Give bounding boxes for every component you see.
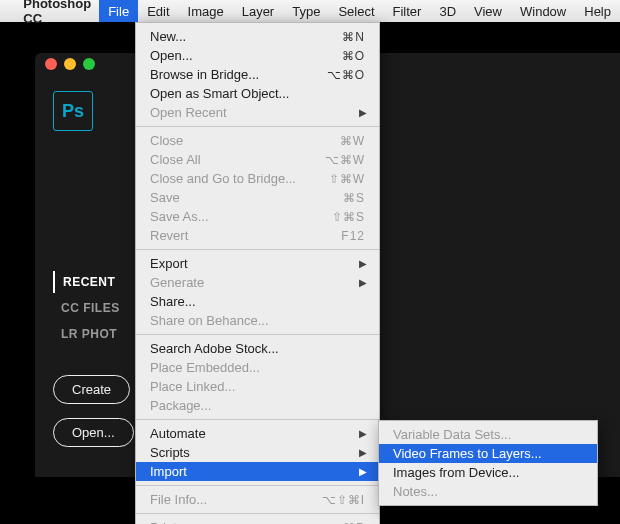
menuitem-label: Variable Data Sets... [393, 427, 583, 442]
menuitem-label: Export [150, 256, 365, 271]
menuitem-import[interactable]: Import▶ [136, 462, 379, 481]
menuitem-label: Import [150, 464, 365, 479]
menu-separator [136, 513, 379, 514]
menuitem-place-embedded: Place Embedded... [136, 358, 379, 377]
menuitem-export[interactable]: Export▶ [136, 254, 379, 273]
submenu-arrow-icon: ▶ [359, 447, 367, 458]
menuitem-close: Close⌘W [136, 131, 379, 150]
menuitem-label: Close All [150, 152, 325, 167]
menuitem-new[interactable]: New...⌘N [136, 27, 379, 46]
menuitem-label: Notes... [393, 484, 583, 499]
menuitem-label: New... [150, 29, 342, 44]
menuitem-close-all: Close All⌥⌘W [136, 150, 379, 169]
menuitem-shortcut: ⌥⌘O [327, 68, 365, 82]
menuitem-close-and-go-to-bridge: Close and Go to Bridge...⇧⌘W [136, 169, 379, 188]
file-menu-dropdown: New...⌘NOpen...⌘OBrowse in Bridge...⌥⌘OO… [135, 22, 380, 524]
menuitem-shortcut: ⌘W [340, 134, 365, 148]
menu-type[interactable]: Type [283, 0, 329, 22]
menuitem-shortcut: ⌘N [342, 30, 365, 44]
menuitem-label: Video Frames to Layers... [393, 446, 583, 461]
menu-window[interactable]: Window [511, 0, 575, 22]
menuitem-label: Images from Device... [393, 465, 583, 480]
menuitem-save: Save⌘S [136, 188, 379, 207]
menuitem-revert: RevertF12 [136, 226, 379, 245]
submenu-arrow-icon: ▶ [359, 466, 367, 477]
import-submenu: Variable Data Sets...Video Frames to Lay… [378, 420, 598, 506]
menuitem-share[interactable]: Share... [136, 292, 379, 311]
menuitem-label: Revert [150, 228, 341, 243]
menuitem-automate[interactable]: Automate▶ [136, 424, 379, 443]
menuitem-notes: Notes... [379, 482, 597, 501]
menuitem-shortcut: ⌘S [343, 191, 365, 205]
window-close-button[interactable] [45, 58, 57, 70]
menuitem-label: Browse in Bridge... [150, 67, 327, 82]
menuitem-shortcut: F12 [341, 229, 365, 243]
menuitem-label: Close [150, 133, 340, 148]
menuitem-shortcut: ⇧⌘W [329, 172, 365, 186]
menuitem-shortcut: ⌥⌘W [325, 153, 365, 167]
menuitem-shortcut: ⌘O [342, 49, 365, 63]
photoshop-logo-icon: Ps [53, 91, 93, 131]
macos-menubar: Photoshop CC FileEditImageLayerTypeSelec… [0, 0, 620, 22]
window-fullscreen-button[interactable] [83, 58, 95, 70]
menuitem-video-frames-to-layers[interactable]: Video Frames to Layers... [379, 444, 597, 463]
menuitem-label: Share on Behance... [150, 313, 365, 328]
window-minimize-button[interactable] [64, 58, 76, 70]
menuitem-search-adobe-stock[interactable]: Search Adobe Stock... [136, 339, 379, 358]
menu-select[interactable]: Select [329, 0, 383, 22]
menu-file[interactable]: File [99, 0, 138, 22]
menuitem-shortcut: ⌘P [343, 521, 365, 525]
menu-layer[interactable]: Layer [233, 0, 284, 22]
menu-help[interactable]: Help [575, 0, 620, 22]
submenu-arrow-icon: ▶ [359, 258, 367, 269]
menuitem-label: Save [150, 190, 343, 205]
menuitem-label: Generate [150, 275, 365, 290]
menu-image[interactable]: Image [179, 0, 233, 22]
menuitem-label: Close and Go to Bridge... [150, 171, 329, 186]
menuitem-browse-in-bridge[interactable]: Browse in Bridge...⌥⌘O [136, 65, 379, 84]
menuitem-open[interactable]: Open...⌘O [136, 46, 379, 65]
submenu-arrow-icon: ▶ [359, 277, 367, 288]
menuitem-label: Automate [150, 426, 365, 441]
menu-filter[interactable]: Filter [384, 0, 431, 22]
menuitem-label: Package... [150, 398, 365, 413]
menuitem-shortcut: ⌥⇧⌘I [322, 493, 365, 507]
menuitem-generate: Generate▶ [136, 273, 379, 292]
create-new-button[interactable]: Create [53, 375, 130, 404]
menuitem-label: Open as Smart Object... [150, 86, 365, 101]
menuitem-label: Open Recent [150, 105, 365, 120]
menuitem-images-from-device[interactable]: Images from Device... [379, 463, 597, 482]
menu-3d[interactable]: 3D [430, 0, 465, 22]
menuitem-open-as-smart-object[interactable]: Open as Smart Object... [136, 84, 379, 103]
menuitem-label: File Info... [150, 492, 322, 507]
menuitem-label: Print... [150, 520, 343, 524]
menuitem-share-on-behance: Share on Behance... [136, 311, 379, 330]
menu-separator [136, 419, 379, 420]
submenu-arrow-icon: ▶ [359, 428, 367, 439]
menu-separator [136, 126, 379, 127]
menuitem-label: Open... [150, 48, 342, 63]
menu-view[interactable]: View [465, 0, 511, 22]
menuitem-package: Package... [136, 396, 379, 415]
menuitem-label: Place Linked... [150, 379, 365, 394]
app-name[interactable]: Photoshop CC [15, 0, 99, 26]
open-button[interactable]: Open... [53, 418, 134, 447]
menuitem-scripts[interactable]: Scripts▶ [136, 443, 379, 462]
menuitem-shortcut: ⇧⌘S [332, 210, 365, 224]
menuitem-label: Place Embedded... [150, 360, 365, 375]
menuitem-file-info: File Info...⌥⇧⌘I [136, 490, 379, 509]
menuitem-label: Scripts [150, 445, 365, 460]
menuitem-open-recent: Open Recent▶ [136, 103, 379, 122]
menu-separator [136, 249, 379, 250]
menuitem-label: Share... [150, 294, 365, 309]
menuitem-place-linked: Place Linked... [136, 377, 379, 396]
menuitem-print: Print...⌘P [136, 518, 379, 524]
menuitem-save-as: Save As...⇧⌘S [136, 207, 379, 226]
menuitem-variable-data-sets: Variable Data Sets... [379, 425, 597, 444]
menu-separator [136, 334, 379, 335]
menu-edit[interactable]: Edit [138, 0, 178, 22]
menu-separator [136, 485, 379, 486]
submenu-arrow-icon: ▶ [359, 107, 367, 118]
menuitem-label: Search Adobe Stock... [150, 341, 365, 356]
menuitem-label: Save As... [150, 209, 332, 224]
